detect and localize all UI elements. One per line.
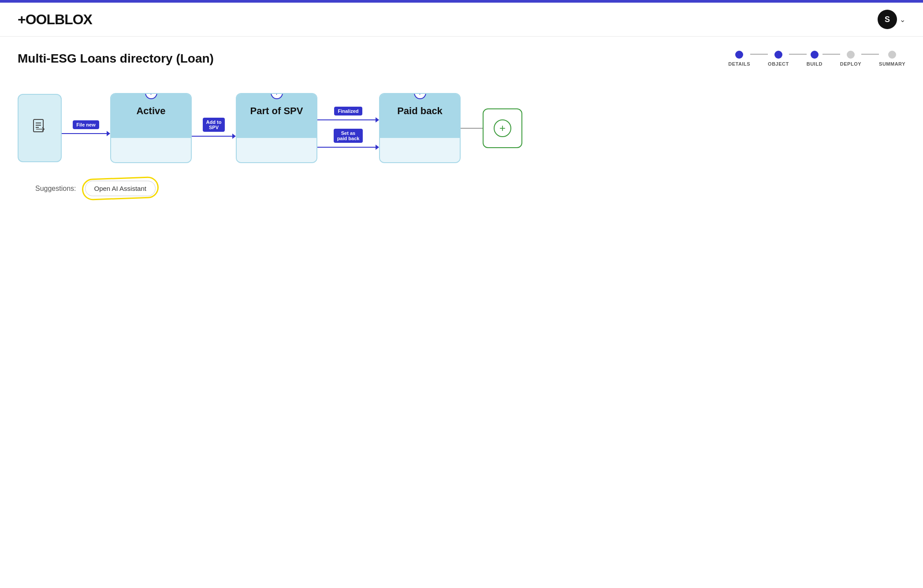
step-label-summary: SUMMARY bbox=[879, 61, 905, 67]
arrow-add-to-spv bbox=[232, 134, 236, 139]
initial-icon bbox=[32, 119, 48, 138]
header-right: S ⌄ bbox=[878, 10, 905, 29]
step-deploy[interactable]: DEPLOY bbox=[840, 51, 861, 67]
dash-line-wrapper bbox=[461, 128, 483, 129]
line-add-to-spv bbox=[192, 136, 232, 137]
part-of-spv-node: + Part of SPV bbox=[236, 93, 317, 163]
dash-line bbox=[461, 128, 483, 129]
arrow-file-new bbox=[107, 131, 110, 136]
part-of-spv-plus-button[interactable]: + bbox=[271, 93, 283, 99]
active-state-card[interactable]: + Active bbox=[110, 93, 192, 163]
initial-state-card bbox=[18, 94, 62, 162]
header: +OOLBLOX S ⌄ bbox=[0, 3, 923, 37]
transition-label-finalized[interactable]: Finalized bbox=[334, 107, 362, 115]
step-indicator-build bbox=[811, 51, 819, 59]
step-line-3 bbox=[823, 54, 840, 55]
paid-back-card-bottom bbox=[380, 138, 460, 162]
active-card-top: + Active bbox=[111, 94, 191, 138]
transition-set-paid-back-wrapper: Set aspaid back bbox=[317, 129, 379, 150]
part-of-spv-card-top: + Part of SPV bbox=[237, 94, 316, 138]
main-content: Multi-ESG Loans directory (Loan) DETAILS… bbox=[0, 37, 923, 588]
line-file-new bbox=[62, 133, 107, 134]
line-set-paid-back bbox=[317, 147, 376, 148]
chevron-down-icon[interactable]: ⌄ bbox=[900, 15, 905, 24]
step-object[interactable]: OBJECT bbox=[768, 51, 789, 67]
page-title: Multi-ESG Loans directory (Loan) bbox=[18, 52, 214, 66]
flow-container: File new + Active Add toSPV bbox=[18, 93, 522, 163]
step-label-object: OBJECT bbox=[768, 61, 789, 67]
active-node: + Active bbox=[110, 93, 192, 163]
initial-node bbox=[18, 94, 62, 162]
paid-back-node: + Paid back bbox=[379, 93, 461, 163]
line-finalized bbox=[317, 119, 376, 120]
step-label-details: DETAILS bbox=[728, 61, 750, 67]
step-indicator-summary bbox=[888, 51, 896, 59]
page-header: Multi-ESG Loans directory (Loan) DETAILS… bbox=[18, 51, 905, 67]
avatar[interactable]: S bbox=[878, 10, 897, 29]
paid-back-state-name: Paid back bbox=[387, 105, 453, 117]
step-line-2 bbox=[789, 54, 807, 55]
paid-back-plus-button[interactable]: + bbox=[414, 93, 426, 99]
active-card-bottom bbox=[111, 138, 191, 162]
part-of-spv-state-card[interactable]: + Part of SPV bbox=[236, 93, 317, 163]
step-details[interactable]: DETAILS bbox=[728, 51, 750, 67]
active-plus-button[interactable]: + bbox=[145, 93, 157, 99]
transition-label-add-to-spv[interactable]: Add toSPV bbox=[203, 118, 225, 132]
arrow-finalized bbox=[376, 117, 379, 123]
suggestions-bar: Suggestions: Open AI Assistant bbox=[18, 172, 905, 205]
step-line-1 bbox=[750, 54, 768, 55]
part-of-spv-card-bottom bbox=[237, 138, 316, 162]
paid-back-state-card[interactable]: + Paid back bbox=[379, 93, 461, 163]
step-label-build: BUILD bbox=[807, 61, 823, 67]
suggestion-open-ai[interactable]: Open AI Assistant bbox=[85, 181, 156, 196]
part-of-spv-state-name: Part of SPV bbox=[244, 105, 309, 117]
dual-transition-wrapper: Finalized Set aspaid back bbox=[317, 107, 379, 150]
logo: +OOLBLOX bbox=[18, 11, 92, 28]
active-state-name: Active bbox=[118, 105, 184, 117]
step-indicator-deploy bbox=[847, 51, 855, 59]
arrow-set-paid-back bbox=[376, 145, 379, 150]
transition-label-set-paid-back[interactable]: Set aspaid back bbox=[334, 129, 363, 143]
paid-back-card-top: + Paid back bbox=[380, 94, 460, 138]
transition-label-file-new[interactable]: File new bbox=[73, 120, 99, 129]
step-indicator-object bbox=[774, 51, 782, 59]
transition-file-new: File new bbox=[62, 120, 110, 136]
stepper: DETAILS OBJECT BUILD DEPLOY bbox=[728, 51, 905, 67]
step-summary[interactable]: SUMMARY bbox=[879, 51, 905, 67]
step-line-4 bbox=[861, 54, 879, 55]
step-indicator-details bbox=[735, 51, 743, 59]
workflow-canvas: File new + Active Add toSPV bbox=[18, 84, 905, 172]
transition-add-to-spv: Add toSPV bbox=[192, 118, 236, 139]
transition-finalized-wrapper: Finalized bbox=[317, 107, 379, 123]
add-state-plus-icon: + bbox=[494, 119, 511, 137]
add-state-button[interactable]: + bbox=[483, 108, 522, 148]
step-label-deploy: DEPLOY bbox=[840, 61, 861, 67]
step-build[interactable]: BUILD bbox=[807, 51, 823, 67]
suggestions-label: Suggestions: bbox=[35, 185, 76, 193]
